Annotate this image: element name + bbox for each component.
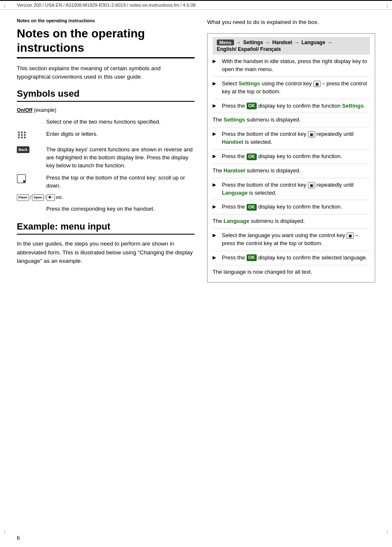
ok-btn-9: OK (247, 254, 257, 261)
bullet-arrow-3: ▶ (213, 103, 219, 109)
right-box: Menu → Settings → Handset → Language → E… (207, 33, 375, 283)
svg-rect-2 (24, 132, 26, 133)
bullet-arrow-9: ▶ (213, 254, 219, 261)
bullet-arrow-2: ▶ (213, 80, 219, 87)
step-1: ▶ With the handset in idle status, press… (213, 55, 370, 77)
example-text: In the user guides, the steps you need t… (17, 240, 195, 265)
section-label: Notes on the operating instructions (17, 18, 195, 23)
onoff-label: On/Off (17, 107, 32, 113)
settings-item: Settings (243, 40, 263, 45)
step-6: ▶ Press the bottom of the control key ▣ … (213, 178, 370, 201)
page-container: | | | | Verizon 200 / USA EN / A31008-M1… (0, 0, 392, 547)
step-7-text: Press the OK display key to confirm the … (222, 203, 370, 211)
symbol-row-nav: Press the top or the bottom of the contr… (17, 174, 195, 190)
corner-mark-tr: | (387, 3, 388, 8)
symbol-row-onoff: On/Off (example) (17, 107, 195, 114)
example-underline (17, 234, 195, 235)
main-title: Notes on the operating instructions (17, 26, 195, 55)
slash1: / (30, 194, 31, 201)
svg-rect-8 (24, 137, 26, 138)
corner-mark-br: | (387, 530, 388, 534)
arrow1: → (236, 40, 241, 45)
intro-text: This section explains the meaning of cer… (17, 64, 195, 82)
back-key-icon: Back (17, 146, 29, 153)
language-item: Language (301, 40, 325, 45)
settings-highlight-2: Settings (239, 80, 260, 87)
arrow2: → (265, 40, 270, 45)
bullet-arrow-4: ▶ (213, 131, 219, 137)
symbol-row-combos: Flash / Open / ✱○ etc. (17, 194, 195, 201)
svg-rect-5 (24, 134, 26, 136)
status-language: The Language submenu is displayed. (213, 214, 370, 229)
handset-highlight-4: Handset (222, 139, 243, 145)
example-box-text: What you need to do is explained in the … (207, 18, 375, 26)
symbol-desc-combos2: Press the corresponding key on the hands… (46, 205, 195, 213)
symbol-icon-nav (17, 174, 46, 185)
symbol-desc-nav: Press the top or the bottom of the contr… (46, 174, 195, 190)
svg-rect-6 (18, 137, 20, 138)
step-2: ▶ Select Settings using the control key … (213, 77, 370, 99)
svg-rect-7 (21, 137, 23, 138)
ok-btn-7: OK (247, 204, 257, 211)
flash-key: Flash (17, 194, 29, 201)
step-4: ▶ Press the bottom of the control key ▣ … (213, 127, 370, 150)
corner-mark-bl: | (4, 530, 5, 534)
symbol-row-combos-desc: Press the corresponding key on the hands… (17, 205, 195, 213)
bullet-arrow-1: ▶ (213, 58, 219, 65)
left-column: Notes on the operating instructions Note… (17, 18, 195, 283)
ok-btn-5: OK (247, 153, 257, 160)
etc: etc. (56, 194, 63, 201)
symbol-table: On/Off (example) Select one of the two m… (17, 107, 195, 213)
language-highlight-6: Language (222, 190, 247, 196)
grid-svg-icon (17, 130, 27, 140)
status-settings: The Settings submenu is displayed. (213, 113, 370, 127)
symbols-heading: Symbols used (17, 88, 195, 99)
step-8: ▶ Select the language you want using the… (213, 229, 370, 251)
settings-highlight-s: Settings (224, 116, 245, 123)
language-highlight-s: Language (224, 218, 249, 224)
step-7: ▶ Press the OK display key to confirm th… (213, 200, 370, 214)
arrow3: → (294, 40, 299, 45)
status-final: The language is now changed for all text… (213, 265, 370, 279)
svg-rect-1 (21, 132, 23, 133)
step-5: ▶ Press the OK display key to confirm th… (213, 150, 370, 164)
step-3-text: Press the OK display key to confirm the … (222, 102, 370, 110)
header-text: Verizon 200 / USA EN / A31008-M1929-R301… (17, 3, 196, 8)
step-4-text: Press the bottom of the control key ▣ re… (222, 130, 370, 146)
status-language-text: The Language submenu is displayed. (213, 218, 305, 224)
step-8-text: Select the language you want using the c… (222, 232, 370, 248)
ok-btn-3: OK (247, 103, 257, 109)
symbol-icon-grid (17, 130, 46, 142)
step-9: ▶ Press the OK display key to confirm th… (213, 251, 370, 265)
menu-btn: Menu (217, 40, 234, 45)
symbol-row-grid: Enter digits or letters. (17, 130, 195, 142)
bullet-arrow-6: ▶ (213, 182, 219, 188)
settings-highlight-3: Settings (342, 103, 363, 109)
step-1-text: With the handset in idle status, press t… (222, 58, 370, 74)
handset-item: Handset (272, 40, 292, 45)
top-header: Verizon 200 / USA EN / A31008-M1929-R301… (0, 0, 392, 10)
steps-list: ▶ With the handset in idle status, press… (213, 55, 370, 279)
nav-key-svg (17, 174, 26, 183)
content-area: Notes on the operating instructions Note… (0, 10, 392, 299)
step-2-text: Select Settings using the control key ▣ … (222, 80, 370, 96)
page-number: 6 (17, 535, 20, 541)
symbol-icon-back: Back (17, 146, 46, 153)
lang-options: English/ Español/ Français (217, 46, 281, 52)
bullet-arrow-8: ▶ (213, 232, 219, 239)
svg-rect-0 (18, 132, 20, 133)
status-handset-text: The Handset submenu is displayed. (213, 167, 301, 174)
status-handset: The Handset submenu is displayed. (213, 164, 370, 178)
svg-rect-4 (21, 134, 23, 136)
bullet-arrow-7: ▶ (213, 203, 219, 210)
title-underline (17, 57, 195, 58)
step-6-text: Press the bottom of the control key ▣ re… (222, 181, 370, 197)
symbol-row-onoff-desc: Select one of the two menu functions spe… (17, 118, 195, 126)
open-key: Open (32, 194, 44, 201)
arrow4: → (327, 40, 332, 45)
right-column: What you need to do is explained in the … (207, 18, 375, 283)
status-final-text: The language is now changed for all text… (213, 269, 312, 275)
symbols-underline (17, 101, 195, 102)
svg-rect-3 (18, 134, 20, 136)
svg-rect-10 (23, 180, 25, 182)
